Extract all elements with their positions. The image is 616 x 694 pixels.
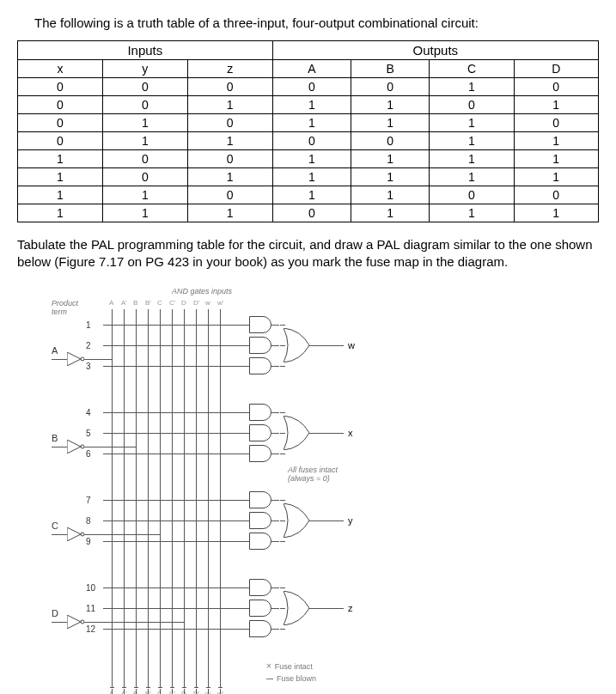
table-cell: 0 xyxy=(18,78,103,96)
table-cell: 1 xyxy=(514,168,598,186)
output-label: w xyxy=(348,340,355,350)
product-number: 8 xyxy=(86,516,91,526)
table-cell: 1 xyxy=(430,132,514,150)
instruction-text: Tabulate the PAL programming table for t… xyxy=(17,236,599,270)
product-line xyxy=(103,587,249,588)
outputs-header: Outputs xyxy=(272,41,598,60)
table-cell: 1 xyxy=(351,150,430,168)
table-cell: 1 xyxy=(514,204,598,222)
product-line xyxy=(103,345,249,346)
table-cell: 0 xyxy=(187,78,272,96)
table-cell: 1 xyxy=(18,204,103,222)
table-cell: 1 xyxy=(351,114,430,132)
product-line xyxy=(103,454,249,454)
buffer-icon xyxy=(67,352,84,366)
col-label: B' xyxy=(145,299,151,307)
output-label: x xyxy=(348,428,353,438)
col-d: D xyxy=(514,60,598,78)
buffer-icon xyxy=(67,615,84,629)
table-cell: 1 xyxy=(430,204,514,222)
output-label: y xyxy=(348,515,353,526)
product-number: 4 xyxy=(86,408,91,417)
table-row: 1110111 xyxy=(18,204,599,222)
product-number: 12 xyxy=(86,624,95,634)
output-line xyxy=(309,433,344,434)
table-cell: 1 xyxy=(272,114,351,132)
table-cell: 1 xyxy=(102,132,187,150)
legend-intact: ×Fuse intact xyxy=(266,661,313,671)
and-gate-icon xyxy=(249,600,271,617)
and-gate-icon xyxy=(249,533,271,550)
table-cell: 1 xyxy=(187,168,272,186)
table-cell: 1 xyxy=(514,150,598,168)
output-line xyxy=(309,608,344,609)
and-gate-icon xyxy=(249,424,271,441)
col-b: B xyxy=(351,60,430,78)
col-label: w' xyxy=(217,299,223,307)
table-cell: 0 xyxy=(102,168,187,186)
and-gate-icon xyxy=(249,512,271,529)
col-z: z xyxy=(187,60,272,78)
all-fuses-label: All fuses intact (always = 0) xyxy=(288,466,357,483)
header-row: x y z A B C D xyxy=(18,60,599,78)
or-gate-icon xyxy=(284,503,309,538)
product-number: 6 xyxy=(86,449,91,459)
col-c: C xyxy=(430,60,514,78)
table-cell: 1 xyxy=(187,204,272,222)
table-cell: 1 xyxy=(351,168,430,186)
table-row: 0110011 xyxy=(18,132,599,150)
col-label: C' xyxy=(169,299,175,307)
truth-table: Inputs Outputs x y z A B C D 00000100011… xyxy=(17,40,599,222)
table-cell: 1 xyxy=(430,168,514,186)
col-label: D' xyxy=(193,299,199,307)
output-label: z xyxy=(348,603,353,613)
table-cell: 1 xyxy=(430,78,514,96)
col-label: C xyxy=(157,299,162,307)
product-line xyxy=(103,433,249,434)
product-number: 1 xyxy=(86,320,91,330)
table-cell: 1 xyxy=(187,96,272,114)
table-cell: 1 xyxy=(272,96,351,114)
table-row: 0011101 xyxy=(18,96,599,114)
and-gate-icon xyxy=(249,316,271,333)
table-cell: 0 xyxy=(102,96,187,114)
table-cell: 0 xyxy=(514,186,598,204)
product-line xyxy=(103,366,249,367)
table-cell: 1 xyxy=(272,150,351,168)
table-row: 1011111 xyxy=(18,168,599,186)
product-number: 10 xyxy=(86,583,95,593)
product-line xyxy=(103,629,249,630)
table-cell: 0 xyxy=(272,132,351,150)
legend-blown: Fuse blown xyxy=(266,674,316,683)
table-cell: 0 xyxy=(514,78,598,96)
and-gate-icon xyxy=(249,404,271,421)
table-cell: 1 xyxy=(18,186,103,204)
table-cell: 1 xyxy=(187,132,272,150)
product-line xyxy=(103,325,249,326)
col-y: y xyxy=(102,60,187,78)
and-gates-label: AND gates inputs xyxy=(172,287,232,295)
table-cell: 0 xyxy=(187,150,272,168)
product-line xyxy=(103,541,249,542)
table-row: 1001111 xyxy=(18,150,599,168)
col-label: D xyxy=(181,299,186,307)
table-cell: 1 xyxy=(18,168,103,186)
col-label: A' xyxy=(121,299,127,307)
table-cell: 0 xyxy=(102,150,187,168)
product-line xyxy=(103,608,249,609)
input-label: B xyxy=(52,433,58,443)
and-gate-icon xyxy=(249,445,271,462)
input-label: C xyxy=(52,520,58,531)
col-a: A xyxy=(272,60,351,78)
table-cell: 0 xyxy=(272,78,351,96)
table-cell: 0 xyxy=(18,114,103,132)
inputs-header: Inputs xyxy=(18,41,273,60)
input-label: A xyxy=(52,345,58,356)
table-cell: 1 xyxy=(102,114,187,132)
product-line xyxy=(103,412,249,413)
table-cell: 1 xyxy=(351,186,430,204)
and-gate-icon xyxy=(249,579,271,596)
table-cell: 0 xyxy=(272,204,351,222)
product-number: 11 xyxy=(86,604,95,613)
product-number: 3 xyxy=(86,362,91,371)
